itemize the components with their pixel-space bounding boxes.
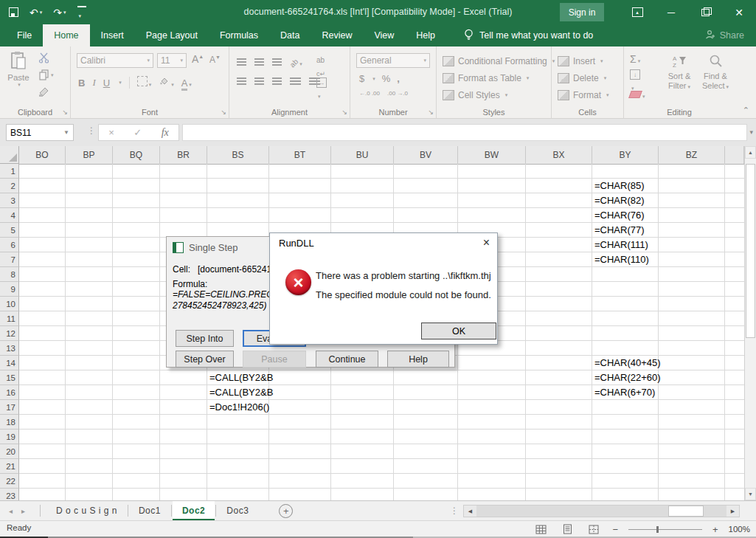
row-header-19[interactable]: 19 bbox=[0, 430, 19, 444]
sheet-nav-right-icon[interactable]: ▸ bbox=[21, 507, 34, 515]
tab-data[interactable]: Data bbox=[269, 24, 311, 46]
format-as-table-button[interactable]: Format as Table▾ bbox=[443, 70, 529, 86]
formula-bar-expand-icon[interactable]: ▾ bbox=[749, 128, 753, 136]
row-header-3[interactable]: 3 bbox=[0, 193, 19, 208]
format-painter-button[interactable] bbox=[38, 86, 49, 100]
format-cells-button[interactable]: Format▾ bbox=[558, 87, 609, 103]
comma-format-button[interactable]: , bbox=[397, 73, 400, 84]
share-button[interactable]: Share bbox=[705, 24, 744, 46]
restore-button[interactable] bbox=[688, 0, 722, 24]
increase-font-size-button[interactable]: A▲ bbox=[192, 53, 204, 65]
close-icon[interactable]: × bbox=[483, 236, 490, 249]
step-into-button[interactable]: Step Into bbox=[176, 330, 234, 347]
tab-page-layout[interactable]: Page Layout bbox=[135, 24, 209, 46]
cancel-icon[interactable]: × bbox=[108, 127, 114, 138]
zoom-slider-thumb[interactable] bbox=[656, 526, 659, 533]
scroll-left-arrow[interactable]: ◀ bbox=[464, 506, 476, 517]
new-sheet-button[interactable]: + bbox=[279, 504, 293, 518]
row-header-5[interactable]: 5 bbox=[0, 223, 19, 238]
merge-center-button[interactable]: ↔▾ bbox=[316, 77, 327, 101]
sheet-tab-docusign[interactable]: D o c u S i g n bbox=[46, 501, 127, 520]
column-header-BS[interactable]: BS bbox=[207, 146, 269, 164]
sheet-nav-left-icon[interactable]: ◂ bbox=[0, 507, 21, 515]
number-dialog-launcher[interactable]: ↘ bbox=[428, 108, 434, 116]
row-header-9[interactable]: 9 bbox=[0, 282, 19, 297]
row-header-22[interactable]: 22 bbox=[0, 474, 19, 489]
tab-home[interactable]: Home bbox=[43, 24, 89, 46]
ok-button[interactable]: OK bbox=[421, 323, 496, 339]
column-header-BT[interactable]: BT bbox=[269, 146, 331, 164]
row-header-7[interactable]: 7 bbox=[0, 252, 19, 267]
tab-bar-handle[interactable]: ⋮ bbox=[450, 506, 459, 516]
clipboard-dialog-launcher[interactable]: ↘ bbox=[62, 108, 68, 116]
font-size-select[interactable]: 11▾ bbox=[157, 53, 187, 68]
accounting-format-button[interactable]: $ bbox=[359, 73, 364, 84]
align-center-button[interactable] bbox=[254, 77, 264, 85]
cell-BS17[interactable]: =Doc1!H206() bbox=[209, 400, 269, 415]
scroll-up-arrow[interactable]: ▲ bbox=[745, 146, 756, 159]
column-header-BR[interactable]: BR bbox=[160, 146, 207, 164]
row-header-16[interactable]: 16 bbox=[0, 385, 19, 400]
zoom-level[interactable]: 100% bbox=[729, 525, 750, 534]
normal-view-icon[interactable] bbox=[533, 523, 549, 536]
delete-cells-button[interactable]: Delete▾ bbox=[558, 70, 606, 86]
cell-BY2[interactable]: =CHAR(85) bbox=[594, 179, 645, 193]
sheet-tab-doc1[interactable]: Doc1 bbox=[129, 501, 170, 520]
copy-button[interactable]: ▾ bbox=[38, 69, 54, 80]
column-header-BX[interactable]: BX bbox=[526, 146, 592, 164]
font-name-select[interactable]: Calibri▾ bbox=[77, 53, 153, 68]
minimize-button[interactable]: ─ bbox=[654, 0, 688, 24]
select-all-corner[interactable] bbox=[0, 146, 19, 164]
tab-help[interactable]: Help bbox=[405, 24, 446, 46]
row-header-10[interactable]: 10 bbox=[0, 297, 19, 311]
row-header-8[interactable]: 8 bbox=[0, 267, 19, 282]
page-layout-view-icon[interactable] bbox=[559, 523, 575, 536]
vertical-scrollbar[interactable]: ▲ ▼ bbox=[744, 146, 756, 500]
row-header-13[interactable]: 13 bbox=[0, 341, 19, 356]
tab-insert[interactable]: Insert bbox=[90, 24, 135, 46]
tell-me-box[interactable]: Tell me what you want to do bbox=[464, 24, 593, 46]
underline-caret[interactable]: ▾ bbox=[119, 80, 122, 86]
paste-button[interactable]: Paste ▾ bbox=[6, 51, 31, 88]
percent-format-button[interactable]: % bbox=[382, 73, 391, 84]
vertical-scroll-thumb[interactable] bbox=[746, 164, 755, 338]
decrease-indent-button[interactable] bbox=[290, 77, 301, 85]
fill-color-button[interactable]: ▾ bbox=[159, 76, 174, 89]
number-format-select[interactable]: General▾ bbox=[356, 53, 430, 68]
cell-BY16[interactable]: =CHAR(6+70) bbox=[594, 385, 655, 400]
scroll-down-arrow[interactable]: ▼ bbox=[745, 488, 756, 500]
font-color-button[interactable]: A▾ bbox=[181, 76, 192, 89]
cell-BS16[interactable]: =CALL(BY2&B bbox=[209, 385, 273, 400]
row-header-18[interactable]: 18 bbox=[0, 415, 19, 430]
cell-BY15[interactable]: =CHAR(22+60) bbox=[594, 370, 661, 385]
tab-view[interactable]: View bbox=[363, 24, 405, 46]
row-header-15[interactable]: 15 bbox=[0, 370, 19, 385]
row-header-21[interactable]: 21 bbox=[0, 459, 19, 474]
column-header-BU[interactable]: BU bbox=[331, 146, 394, 164]
tab-formulas[interactable]: Formulas bbox=[209, 24, 269, 46]
row-header-17[interactable]: 17 bbox=[0, 400, 19, 415]
cell-BY14[interactable]: =CHAR(40+45) bbox=[594, 356, 661, 370]
cell-styles-button[interactable]: Cell Styles▾ bbox=[443, 87, 507, 103]
formula-input[interactable] bbox=[182, 124, 747, 141]
column-header-BZ[interactable]: BZ bbox=[659, 146, 725, 164]
sign-in-button[interactable]: Sign in bbox=[560, 3, 604, 21]
insert-cells-button[interactable]: Insert▾ bbox=[558, 53, 603, 69]
column-header-BQ[interactable]: BQ bbox=[113, 146, 160, 164]
row-header-23[interactable]: 23 bbox=[0, 489, 19, 500]
help-button[interactable]: Help bbox=[387, 351, 449, 368]
column-header-BV[interactable]: BV bbox=[394, 146, 458, 164]
tab-file[interactable]: File bbox=[6, 24, 43, 46]
column-header-BY[interactable]: BY bbox=[592, 146, 659, 164]
name-box[interactable]: BS11 ▼ bbox=[6, 124, 74, 141]
font-dialog-launcher[interactable]: ↘ bbox=[221, 108, 226, 116]
name-box-caret[interactable]: ▼ bbox=[63, 129, 69, 136]
column-header-BP[interactable]: BP bbox=[66, 146, 113, 164]
bold-button[interactable]: B bbox=[78, 77, 85, 89]
row-header-4[interactable]: 4 bbox=[0, 208, 19, 223]
sort-filter-button[interactable]: AZ Sort & Filter▾ bbox=[662, 54, 696, 90]
row-header-1[interactable]: 1 bbox=[0, 164, 19, 179]
align-right-button[interactable] bbox=[272, 77, 282, 85]
zoom-out-button[interactable]: − bbox=[612, 525, 618, 534]
zoom-in-button[interactable]: + bbox=[712, 525, 718, 534]
